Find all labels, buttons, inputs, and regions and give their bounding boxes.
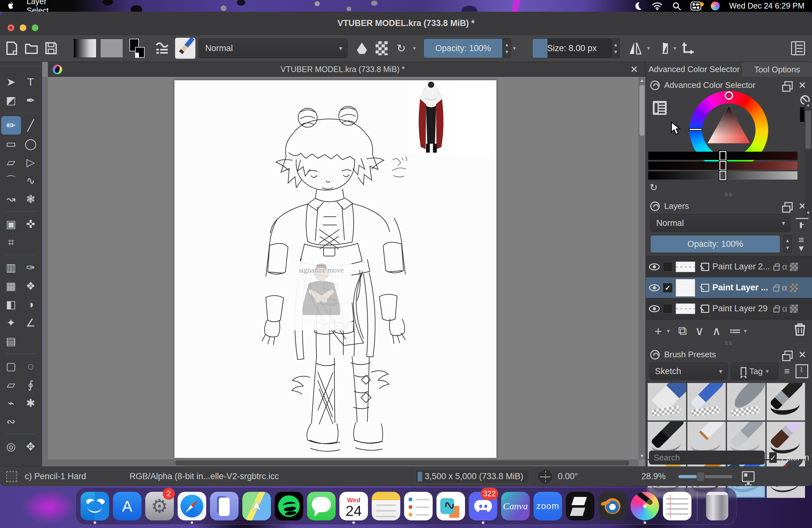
chevron-down-icon[interactable]: ▾ bbox=[744, 327, 747, 335]
tool-crop[interactable]: ⌗ bbox=[1, 233, 21, 252]
horizontal-mirror-icon[interactable] bbox=[628, 41, 643, 56]
tool-fill[interactable]: ◧ bbox=[1, 295, 21, 314]
float-docker-icon[interactable] bbox=[784, 351, 793, 359]
dock-krita[interactable] bbox=[630, 488, 659, 524]
brush-ink-precision[interactable] bbox=[767, 383, 805, 420]
dock-finder[interactable] bbox=[80, 488, 110, 524]
apple-menu-icon[interactable] bbox=[8, 2, 15, 10]
alpha-inherit-icon[interactable] bbox=[790, 304, 798, 313]
tool-freehand-brush[interactable]: ✏ bbox=[1, 116, 21, 134]
brush-size-slider[interactable]: Size: 8.00 px bbox=[532, 38, 611, 58]
layer-menu-icon[interactable]: ≡▾ bbox=[795, 236, 808, 252]
selection-indicator-icon[interactable] bbox=[6, 471, 17, 482]
tool-pattern-edit[interactable]: ▦ bbox=[1, 277, 21, 295]
tool-select[interactable]: ➤ bbox=[1, 73, 21, 91]
delete-layer-button[interactable] bbox=[794, 323, 806, 339]
preset-filter-dropdown[interactable]: Sketch ▾ bbox=[650, 363, 728, 380]
brush-size-spinner[interactable]: ▲▼ bbox=[611, 38, 620, 58]
presets-scroll-thumb[interactable] bbox=[805, 111, 811, 149]
dock-freeform[interactable] bbox=[436, 488, 465, 524]
chevron-down-icon[interactable]: ▾ bbox=[513, 45, 516, 52]
scroll-down-arrow[interactable]: ▼ bbox=[638, 453, 646, 459]
dock-textedit[interactable] bbox=[663, 488, 692, 524]
tool-edit-shapes[interactable]: ◩ bbox=[1, 91, 21, 110]
tool-rect-select[interactable]: ▢ bbox=[1, 357, 21, 375]
tool-zoom[interactable]: ◎ bbox=[1, 437, 21, 456]
foreground-background-colors[interactable] bbox=[129, 39, 148, 58]
layer-visibility-icon[interactable] bbox=[649, 263, 660, 270]
color-marker[interactable] bbox=[725, 91, 733, 100]
add-layer-button[interactable]: ＋ bbox=[652, 323, 664, 339]
tool-freehand-select[interactable]: ∮ bbox=[21, 375, 41, 394]
paint-layer-2-[interactable]: Paint Layer 2... α bbox=[646, 256, 812, 277]
tool-bezier-curve[interactable]: ⌒ bbox=[1, 171, 21, 190]
vertical-scroll-thumb[interactable] bbox=[639, 85, 644, 136]
document-tab[interactable]: VTUBER MODEL.kra (733.8 MiB) * ✕ bbox=[48, 62, 646, 77]
lock-icon[interactable] bbox=[650, 201, 660, 211]
presets-view-menu-icon[interactable]: ≡ bbox=[782, 367, 792, 375]
docker-drag-handle[interactable]: ⠿⠿ bbox=[646, 194, 812, 197]
new-document-icon[interactable] bbox=[4, 41, 19, 56]
dock-spotify[interactable] bbox=[274, 488, 304, 524]
gradient-chooser[interactable] bbox=[74, 39, 97, 58]
layer-opacity-spinner[interactable]: ▲▼ bbox=[783, 235, 792, 253]
document-canvas[interactable]: signature move bbox=[174, 80, 496, 458]
dock-messages[interactable] bbox=[307, 488, 336, 524]
dock-reminders[interactable] bbox=[404, 488, 433, 524]
tool-text[interactable]: T bbox=[21, 73, 41, 91]
layer-blending-mode-dropdown[interactable]: Normal ▾ bbox=[650, 214, 791, 232]
tool-colorize-mask[interactable]: ◑ bbox=[21, 295, 41, 314]
dock-notes[interactable] bbox=[372, 488, 401, 524]
layer-lock-icon[interactable] bbox=[773, 266, 780, 271]
layer-lock-icon[interactable] bbox=[773, 287, 779, 291]
spotlight-search-icon[interactable] bbox=[672, 2, 681, 11]
canvas-rotation-dial[interactable] bbox=[538, 470, 552, 484]
dock-maps[interactable] bbox=[242, 488, 271, 524]
brush-eraser-soft[interactable] bbox=[687, 383, 726, 420]
fit-to-screen-icon[interactable] bbox=[742, 471, 755, 482]
lock-icon[interactable] bbox=[650, 350, 660, 359]
menu-bar-clock[interactable]: Wed Dec 24 6:29 PM bbox=[729, 1, 804, 11]
wifi-icon[interactable] bbox=[652, 2, 663, 10]
preset-detail-icon[interactable] bbox=[796, 364, 808, 378]
dock-zoom[interactable]: zoom bbox=[533, 488, 562, 524]
siri-icon[interactable] bbox=[711, 2, 720, 11]
horizontal-scrollbar[interactable] bbox=[42, 459, 638, 467]
layer-visibility-icon[interactable] bbox=[649, 305, 660, 312]
layer-opacity-slider[interactable]: Opacity: 100% bbox=[650, 235, 780, 253]
docker-drag-handle[interactable]: ⠿⠿ bbox=[646, 342, 812, 346]
scroll-up-arrow[interactable]: ▲ bbox=[638, 77, 646, 84]
layer-checkbox[interactable] bbox=[663, 262, 672, 272]
tool-multibrush[interactable]: ❃ bbox=[21, 190, 41, 208]
dock-capture-app[interactable] bbox=[566, 488, 595, 524]
move-layer-up-button[interactable]: ∧ bbox=[712, 324, 721, 338]
tool-bezier-select[interactable]: ∾ bbox=[1, 412, 21, 431]
dock-app-store[interactable]: A bbox=[113, 488, 142, 524]
duplicate-layer-button[interactable]: ⧉ bbox=[678, 324, 687, 338]
vertical-mirror-icon[interactable] bbox=[654, 41, 669, 56]
value-strip-2[interactable] bbox=[648, 161, 797, 170]
advanced-color-selector[interactable]: Advanced Color Selector bbox=[646, 62, 742, 76]
strip-handle[interactable] bbox=[720, 161, 726, 170]
scroll-up-arrow[interactable]: ▲ bbox=[804, 102, 812, 108]
zoom-slider[interactable] bbox=[679, 475, 733, 478]
brush-eraser-small[interactable] bbox=[648, 383, 686, 420]
alpha-lock-icon[interactable]: α bbox=[782, 262, 787, 272]
dock-calendar[interactable]: Wed 24 bbox=[339, 488, 368, 524]
tool-dynamic-brush[interactable]: ↝ bbox=[1, 190, 21, 208]
control-center-icon[interactable] bbox=[691, 2, 701, 11]
dock-trash[interactable] bbox=[702, 488, 732, 524]
dock-blender[interactable] bbox=[598, 488, 627, 524]
blending-mode-dropdown[interactable]: Normal ▾ bbox=[199, 38, 348, 58]
alpha-inherit-icon[interactable] bbox=[790, 284, 798, 292]
alpha-lock-icon[interactable]: α bbox=[782, 304, 787, 314]
color-selector-settings-icon[interactable] bbox=[653, 101, 667, 115]
tool-rectangle[interactable]: ▭ bbox=[1, 134, 21, 153]
alpha-inherit-icon[interactable] bbox=[790, 263, 798, 271]
layer-visibility-icon[interactable] bbox=[649, 284, 660, 291]
layer-lock-icon[interactable] bbox=[773, 308, 780, 313]
preserve-alpha-icon[interactable] bbox=[374, 41, 389, 56]
chevron-down-icon[interactable]: ▾ bbox=[667, 327, 670, 335]
chevron-down-icon[interactable]: ▾ bbox=[413, 45, 416, 52]
tool-options[interactable]: Tool Options bbox=[742, 62, 812, 76]
